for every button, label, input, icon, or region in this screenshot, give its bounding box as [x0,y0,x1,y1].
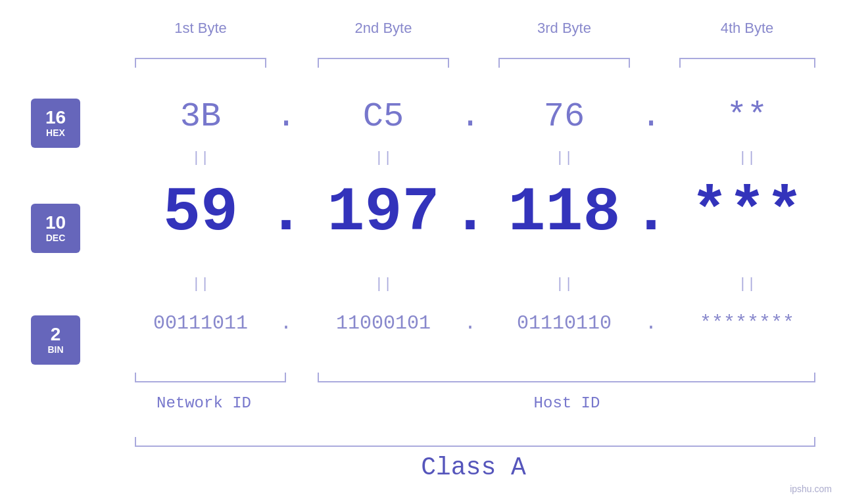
bin-dot1: . [280,312,292,334]
eq1-hex-dec: || [192,150,209,166]
hex-byte4: ** [727,97,767,136]
dec-byte3: 118 [508,177,620,248]
bin-byte2: 11000101 [336,312,431,334]
dec-base-number: 10 [45,213,66,233]
host-id-label: Host ID [534,394,600,412]
class-label: Class A [421,453,526,482]
eq4-hex-dec: || [738,150,756,166]
byte2-header: 2nd Byte [355,20,412,37]
network-id-bracket [135,373,286,382]
hex-byte3: 76 [544,97,585,136]
hex-dot2: . [460,97,480,136]
hex-byte2: C5 [363,97,404,136]
eq2-dec-bin: || [375,276,392,292]
hex-base-name: HEX [46,128,65,138]
host-id-bracket [318,373,815,382]
hex-dot3: . [640,97,661,136]
hex-base-number: 16 [45,108,66,128]
dec-dot3: . [632,177,669,248]
eq3-dec-bin: || [556,276,573,292]
watermark: ipshu.com [790,484,832,494]
dec-badge: 10 DEC [31,204,80,253]
main-layout: 1st Byte 2nd Byte 3rd Byte 4th Byte 16 H… [0,0,845,504]
bin-byte3: 01110110 [517,312,612,334]
hex-dot1: . [276,97,296,136]
byte3-bracket [498,58,630,68]
dec-byte1: 59 [163,177,238,248]
dec-byte2: 197 [327,177,439,248]
hex-badge: 16 HEX [31,99,80,148]
dec-dot1: . [267,177,304,248]
network-id-label: Network ID [157,394,251,412]
bin-dot3: . [645,312,657,334]
bin-base-number: 2 [51,325,61,345]
bin-dot2: . [464,312,476,334]
bin-byte1: 00111011 [153,312,248,334]
byte2-bracket [318,58,449,68]
bin-base-name: BIN [47,345,63,355]
eq1-dec-bin: || [192,276,209,292]
dec-byte4: *** [690,177,803,248]
eq4-dec-bin: || [738,276,756,292]
class-bracket [135,437,815,447]
eq3-hex-dec: || [556,150,573,166]
byte4-header: 4th Byte [721,20,774,37]
byte3-header: 3rd Byte [537,20,591,37]
bin-badge: 2 BIN [31,315,80,365]
byte4-bracket [679,58,815,68]
dec-base-name: DEC [46,233,66,243]
hex-byte1: 3B [180,97,221,136]
bin-byte4: ******** [700,312,794,334]
byte1-header: 1st Byte [174,20,226,37]
eq2-hex-dec: || [375,150,392,166]
byte1-bracket [135,58,266,68]
dec-dot2: . [451,177,489,248]
